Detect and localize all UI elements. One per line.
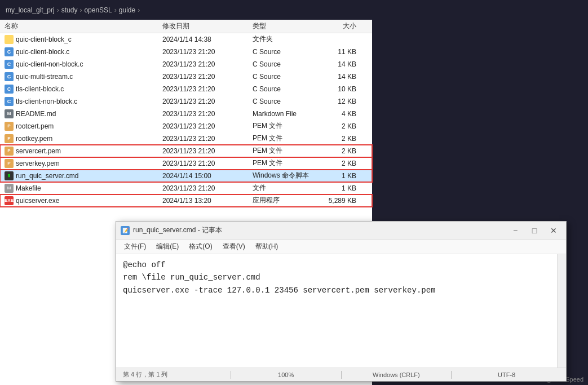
cell-type: PEM 文件 (253, 146, 320, 156)
cell-name: P rootcert.pem (5, 122, 162, 131)
menu-file[interactable]: 文件(F) (120, 241, 151, 253)
cell-date: 2023/11/23 21:20 (162, 98, 253, 105)
cell-type: 应用程序 (253, 196, 320, 205)
file-name: Makefile (16, 184, 41, 192)
cell-date: 2023/11/23 21:20 (162, 147, 253, 155)
cell-name: C quic-client-block.c (5, 47, 162, 56)
column-headers: 名称 修改日期 类型 大小 (0, 20, 372, 33)
menu-help[interactable]: 帮助(H) (251, 241, 283, 253)
close-button[interactable]: ✕ (546, 225, 562, 236)
table-row[interactable]: P serverkey.pem 2023/11/23 21:20 PEM 文件 … (0, 157, 372, 170)
file-name: run_quic_server.cmd (16, 172, 78, 180)
cell-type: PEM 文件 (253, 121, 320, 131)
cell-size: 2 KB (320, 160, 365, 167)
notepad-textarea[interactable] (116, 254, 557, 368)
cell-date: 2023/11/23 21:20 (162, 135, 253, 143)
cell-type: C Source (253, 98, 320, 105)
cell-name: P serverkey.pem (5, 159, 162, 168)
table-row[interactable]: C quic-client-non-block.c 2023/11/23 21:… (0, 58, 372, 70)
cell-date: 2023/11/23 21:20 (162, 48, 253, 56)
status-zoom: 100% (233, 371, 339, 378)
cell-name: C quic-client-non-block.c (5, 60, 162, 69)
notepad-app-icon: 📝 (121, 226, 130, 235)
cell-date: 2023/11/23 21:20 (162, 160, 253, 167)
file-name: quic-client-block.c (16, 48, 69, 56)
cell-date: 2024/1/13 13:20 (162, 197, 253, 205)
status-divider2 (341, 371, 342, 379)
cell-name: C tls-client-non-block.c (5, 97, 162, 106)
cell-name: $ run_quic_server.cmd (5, 171, 162, 180)
cell-name: C tls-client-block.c (5, 85, 162, 94)
cell-size: 14 KB (320, 60, 365, 68)
cell-type: 文件 (253, 183, 320, 193)
table-row[interactable]: M README.md 2023/11/23 21:20 Markdown Fi… (0, 108, 372, 120)
col-type-header[interactable]: 类型 (253, 21, 320, 31)
cell-type: C Source (253, 60, 320, 68)
cell-size: 2 KB (320, 135, 365, 143)
c-file-icon: C (5, 60, 14, 69)
cmd-file-icon: $ (5, 171, 14, 180)
file-name: README.md (16, 110, 56, 118)
status-charset: UTF-8 (454, 371, 559, 378)
notepad-window: 📝 run_quic_server.cmd - 记事本 − □ ✕ 文件(F) … (116, 221, 567, 382)
notepad-menubar: 文件(F) 编辑(E) 格式(O) 查看(V) 帮助(H) (116, 240, 566, 254)
cell-size: 14 KB (320, 73, 365, 81)
cell-date: 2023/11/23 21:20 (162, 73, 253, 81)
table-row[interactable]: C quic-multi-stream.c 2023/11/23 21:20 C… (0, 70, 372, 83)
notepad-scrollbar[interactable] (557, 254, 566, 368)
cell-type: C Source (253, 73, 320, 81)
maximize-button[interactable]: □ (527, 225, 542, 236)
file-name: servercert.pem (16, 147, 61, 155)
c-file-icon: C (5, 47, 14, 56)
cell-name: M README.md (5, 109, 162, 118)
cell-type: C Source (253, 48, 320, 56)
status-divider1 (231, 371, 231, 379)
pem-file-icon: P (5, 134, 14, 143)
col-name-header[interactable]: 名称 (5, 21, 162, 31)
minimize-button[interactable]: − (507, 225, 523, 236)
table-row[interactable]: P rootcert.pem 2023/11/23 21:20 PEM 文件 2… (0, 120, 372, 132)
table-row[interactable]: M Makefile 2023/11/23 21:20 文件 1 KB (0, 182, 372, 194)
col-date-header[interactable]: 修改日期 (162, 21, 253, 31)
cell-size: 1 KB (320, 184, 365, 192)
table-row[interactable]: C tls-client-block.c 2023/11/23 21:20 C … (0, 83, 372, 95)
menu-format[interactable]: 格式(O) (184, 241, 216, 253)
breadcrumb-sep4: › (138, 6, 140, 14)
cell-date: 2024/1/14 14:38 (162, 36, 253, 43)
table-row[interactable]: EXE quicserver.exe 2024/1/13 13:20 应用程序 … (0, 194, 372, 207)
table-row[interactable]: $ run_quic_server.cmd 2024/1/14 15:00 Wi… (0, 170, 372, 182)
breadcrumb-text: my_local_git_prj (6, 6, 55, 14)
status-divider3 (451, 371, 452, 379)
breadcrumb-sep1: › (57, 6, 59, 14)
col-size-header[interactable]: 大小 (320, 21, 365, 31)
breadcrumb-study: study (61, 6, 78, 14)
cell-type: 文件夹 (253, 34, 320, 44)
table-row[interactable]: quic-client-block_c 2024/1/14 14:38 文件夹 (0, 33, 372, 46)
cell-type: C Source (253, 85, 320, 93)
table-row[interactable]: P rootkey.pem 2023/11/23 21:20 PEM 文件 2 … (0, 132, 372, 145)
pem-file-icon: P (5, 147, 14, 156)
table-row[interactable]: P servercert.pem 2023/11/23 21:20 PEM 文件… (0, 145, 372, 157)
cell-date: 2023/11/23 21:20 (162, 122, 253, 130)
table-row[interactable]: C quic-client-block.c 2023/11/23 21:20 C… (0, 46, 372, 58)
cell-size: 11 KB (320, 48, 365, 56)
cell-type: Windows 命令脚本 (253, 171, 320, 180)
notepad-titlebar: 📝 run_quic_server.cmd - 记事本 − □ ✕ (116, 222, 566, 240)
file-name: tls-client-block.c (16, 85, 64, 93)
cell-size: 5,289 KB (320, 197, 365, 205)
md-file-icon: M (5, 109, 14, 118)
file-name: serverkey.pem (16, 160, 60, 167)
file-name: quicserver.exe (16, 197, 59, 205)
menu-edit[interactable]: 编辑(E) (152, 241, 183, 253)
cell-date: 2023/11/23 21:20 (162, 85, 253, 93)
menu-view[interactable]: 查看(V) (218, 241, 250, 253)
status-position: 第 4 行，第 1 列 (123, 370, 228, 379)
breadcrumb-sep2: › (79, 6, 82, 14)
cell-size: 12 KB (320, 98, 365, 105)
table-row[interactable]: C tls-client-non-block.c 2023/11/23 21:2… (0, 95, 372, 108)
c-file-icon: C (5, 97, 14, 106)
notepad-content-area (116, 254, 566, 368)
cell-size: 2 KB (320, 147, 365, 155)
exe-file-icon: EXE (5, 196, 14, 205)
cell-date: 2023/11/23 21:20 (162, 110, 253, 118)
